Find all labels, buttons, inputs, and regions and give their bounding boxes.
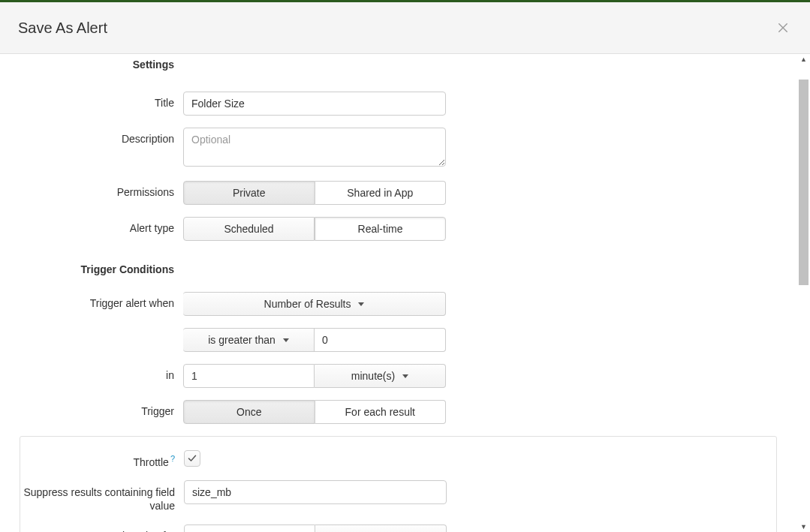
- suppress-for-value-input[interactable]: [184, 524, 315, 532]
- alert-type-scheduled-button[interactable]: Scheduled: [183, 217, 315, 241]
- label-suppress-field: Suppress results containing field value: [20, 480, 184, 512]
- permission-shared-button[interactable]: Shared in App: [315, 181, 447, 205]
- title-input[interactable]: [183, 92, 446, 116]
- close-icon[interactable]: [774, 19, 792, 37]
- chevron-down-icon: [358, 302, 364, 306]
- scroll-up-icon[interactable]: ▲: [797, 54, 810, 65]
- label-permissions: Permissions: [0, 181, 183, 198]
- dialog-header: Save As Alert: [0, 2, 810, 54]
- threshold-input[interactable]: [315, 328, 446, 352]
- scrollbar[interactable]: ▲ ▼: [796, 54, 810, 532]
- label-description: Description: [0, 128, 183, 145]
- label-trigger-when: Trigger alert when: [0, 292, 183, 309]
- label-throttle: Throttle?: [20, 449, 184, 468]
- label-suppress-for: Suppress triggering for: [20, 524, 184, 532]
- chevron-down-icon: [283, 338, 289, 342]
- window-value-input[interactable]: [183, 364, 315, 388]
- permissions-toggle: Private Shared in App: [183, 181, 446, 205]
- trigger-mode-toggle: Once For each result: [183, 400, 446, 424]
- description-textarea[interactable]: [183, 128, 446, 167]
- section-settings: Settings: [0, 59, 183, 71]
- window-unit-dropdown[interactable]: minute(s): [315, 364, 446, 388]
- suppress-field-input[interactable]: [184, 480, 447, 504]
- label-trigger: Trigger: [0, 400, 183, 417]
- scroll-thumb[interactable]: [799, 80, 808, 285]
- alert-type-toggle: Scheduled Real-time: [183, 217, 446, 241]
- trigger-condition-dropdown[interactable]: Number of Results: [183, 292, 446, 316]
- trigger-each-button[interactable]: For each result: [315, 400, 447, 424]
- window-unit-value: minute(s): [351, 370, 395, 382]
- save-as-alert-dialog: Save As Alert Settings Title Description: [0, 2, 810, 532]
- permission-private-button[interactable]: Private: [183, 181, 315, 205]
- chevron-down-icon: [402, 374, 408, 378]
- scroll-down-icon[interactable]: ▼: [797, 521, 810, 532]
- trigger-condition-value: Number of Results: [264, 298, 351, 310]
- comparator-dropdown[interactable]: is greater than: [183, 328, 315, 352]
- label-in: in: [0, 364, 183, 381]
- label-title: Title: [0, 92, 183, 109]
- trigger-once-button[interactable]: Once: [183, 400, 315, 424]
- section-trigger-conditions: Trigger Conditions: [0, 263, 183, 275]
- alert-type-realtime-button[interactable]: Real-time: [315, 217, 446, 241]
- label-alert-type: Alert type: [0, 217, 183, 234]
- help-icon[interactable]: ?: [170, 454, 175, 463]
- dialog-title: Save As Alert: [18, 20, 107, 37]
- comparator-value: is greater than: [208, 334, 276, 346]
- dialog-body: Settings Title Description Permissions: [0, 54, 796, 532]
- suppress-for-unit-dropdown[interactable]: minute(s): [315, 524, 447, 532]
- throttle-checkbox[interactable]: [184, 450, 200, 467]
- throttle-panel: Throttle? Suppress results containing fi…: [20, 436, 777, 532]
